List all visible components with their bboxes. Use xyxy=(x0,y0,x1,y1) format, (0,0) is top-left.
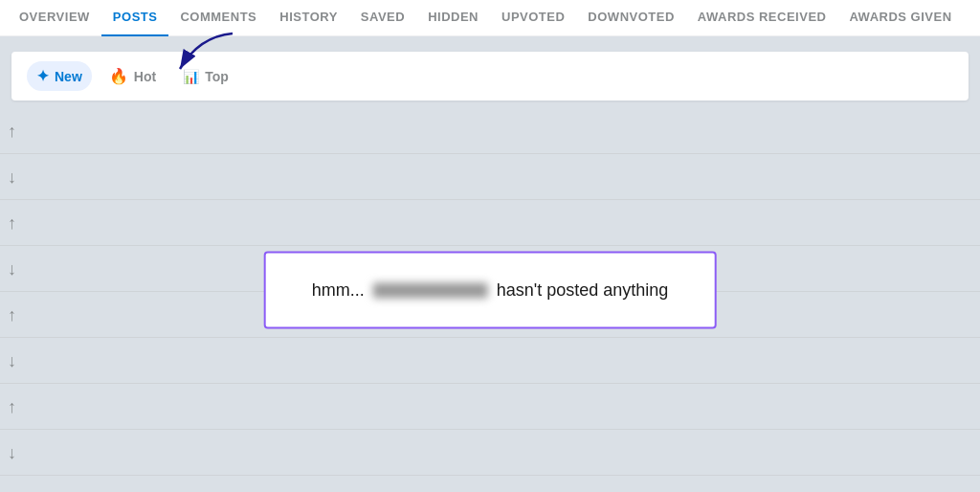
upvote-arrow-4[interactable]: ↑ xyxy=(8,398,16,415)
vote-row-1-down: ↓ xyxy=(0,154,980,200)
filter-new-label: New xyxy=(55,69,82,84)
vote-row-4-down: ↓ xyxy=(0,430,980,476)
tab-posts[interactable]: POSTS xyxy=(101,0,169,36)
tab-upvoted[interactable]: UPVOTED xyxy=(490,0,576,36)
empty-state-text: hmm... hasn't posted anything xyxy=(312,280,669,300)
downvote-arrow-3[interactable]: ↓ xyxy=(8,352,16,369)
top-icon: 📊 xyxy=(183,69,199,84)
filter-hot-button[interactable]: 🔥 Hot xyxy=(100,61,166,91)
downvote-arrow-4[interactable]: ↓ xyxy=(8,444,16,461)
filter-top-button[interactable]: 📊 Top xyxy=(173,63,238,90)
filter-top-label: Top xyxy=(205,69,229,84)
tab-overview[interactable]: OVERVIEW xyxy=(15,0,101,36)
tab-saved[interactable]: SAVED xyxy=(349,0,416,36)
upvote-arrow-2[interactable]: ↑ xyxy=(8,214,16,232)
empty-prefix: hmm... xyxy=(312,280,365,300)
vote-row-3-down: ↓ xyxy=(0,338,980,384)
downvote-arrow-2[interactable]: ↓ xyxy=(8,260,16,278)
upvote-arrow-3[interactable]: ↑ xyxy=(8,306,16,324)
upvote-arrow-1[interactable]: ↑ xyxy=(8,123,16,140)
filter-hot-label: Hot xyxy=(134,69,156,84)
filter-new-button[interactable]: ✦ New xyxy=(27,61,92,91)
tab-downvoted[interactable]: DOWNVOTED xyxy=(576,0,685,36)
vote-row-4-up: ↑ xyxy=(0,384,980,430)
new-icon: ✦ xyxy=(36,67,49,85)
vote-row-1-up: ↑ xyxy=(0,108,980,154)
tab-history[interactable]: HISTORY xyxy=(268,0,349,36)
tab-awards-received[interactable]: AWARDS RECEIVED xyxy=(686,0,838,36)
tab-hidden[interactable]: HIDDEN xyxy=(416,0,490,36)
blurred-username xyxy=(373,283,488,299)
vote-row-2-up: ↑ xyxy=(0,200,980,246)
tab-comments[interactable]: COMMENTS xyxy=(168,0,268,36)
filter-bar: ✦ New 🔥 Hot 📊 Top xyxy=(11,52,969,101)
empty-suffix: hasn't posted anything xyxy=(497,280,669,300)
content-area: ↑ ↓ ↑ ↓ ↑ ↓ ↑ ↓ hmm... hasn't posted any… xyxy=(0,108,980,472)
hot-icon: 🔥 xyxy=(109,67,128,85)
downvote-arrow-1[interactable]: ↓ xyxy=(8,168,16,186)
tab-awards-given[interactable]: AWARDS GIVEN xyxy=(837,0,963,36)
empty-state-box: hmm... hasn't posted anything xyxy=(264,252,717,329)
top-nav: OVERVIEW POSTS COMMENTS HISTORY SAVED HI… xyxy=(0,0,980,36)
